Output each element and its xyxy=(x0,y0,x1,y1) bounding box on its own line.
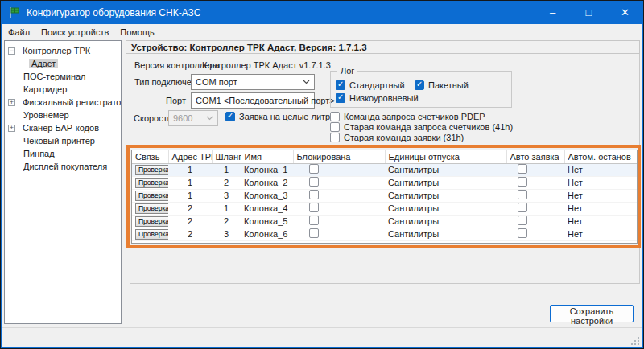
expand-icon[interactable]: + xyxy=(8,99,15,106)
sidebar-item-6[interactable]: +Сканер БАР-кодов xyxy=(5,121,121,134)
hose-cell[interactable]: 2 xyxy=(212,215,241,228)
expand-icon[interactable]: + xyxy=(8,125,15,132)
sidebar-item-9[interactable]: Дисплей покупателя xyxy=(5,160,121,173)
auto-stop-cell[interactable]: Нет xyxy=(564,189,637,202)
column-header-4[interactable]: Блокирована xyxy=(293,150,385,163)
sidebar-item-label: Контроллер ТРК xyxy=(20,46,93,55)
auto-request-checkbox[interactable] xyxy=(518,190,527,199)
address-cell[interactable]: 2 xyxy=(168,228,212,240)
link-cell: Проверка? xyxy=(132,202,168,215)
sidebar-item-3[interactable]: Картридер xyxy=(5,83,121,96)
checkbox-checked-icon xyxy=(415,80,424,90)
sidebar-item-5[interactable]: Уровнемер xyxy=(5,109,121,121)
name-cell[interactable]: Колонка_6 xyxy=(241,228,293,240)
auto-request-checkbox[interactable] xyxy=(518,164,527,174)
table-row: Проверка?12Колонка_2СантилитрыНет xyxy=(132,176,637,189)
hose-cell[interactable]: 3 xyxy=(212,228,241,240)
sidebar-item-1[interactable]: Адаст xyxy=(5,57,121,70)
column-header-6[interactable]: Авто заявка xyxy=(506,150,564,163)
check-connection-button[interactable]: Проверка xyxy=(135,216,168,227)
hose-cell[interactable]: 3 xyxy=(212,189,241,202)
window-title: Конфигуратор оборудования СНК-АЗС xyxy=(27,7,200,18)
port-label: Порт xyxy=(133,96,186,105)
units-cell[interactable]: Сантилитры xyxy=(385,163,506,176)
blocked-checkbox[interactable] xyxy=(309,164,319,174)
hose-cell[interactable]: 1 xyxy=(212,163,241,176)
menu-item-1[interactable]: Поиск устройств xyxy=(35,26,114,39)
units-cell[interactable]: Сантилитры xyxy=(385,202,506,215)
address-cell[interactable]: 2 xyxy=(168,202,212,215)
sidebar-item-7[interactable]: Чековый принтер xyxy=(5,134,121,147)
address-cell[interactable]: 1 xyxy=(168,176,212,189)
name-cell[interactable]: Колонка_3 xyxy=(241,189,293,202)
option-checkbox-2[interactable]: Старая команда заявки (31h) xyxy=(330,133,464,142)
log-group-title: Лог xyxy=(337,66,357,76)
check-connection-button[interactable]: Проверка xyxy=(135,178,168,188)
sidebar-item-0[interactable]: −Контроллер ТРК xyxy=(5,44,121,57)
auto-request-checkbox[interactable] xyxy=(518,177,527,187)
blocked-checkbox[interactable] xyxy=(309,190,319,199)
collapse-icon[interactable]: − xyxy=(8,47,15,55)
address-cell[interactable]: 1 xyxy=(168,163,212,176)
whole-liters-label: Заявка на целые литры xyxy=(239,112,336,121)
units-cell[interactable]: Сантилитры xyxy=(385,189,506,202)
blocked-checkbox[interactable] xyxy=(309,203,319,212)
log-checkbox-2[interactable]: Низкоуровневый xyxy=(336,93,419,103)
blocked-checkbox[interactable] xyxy=(309,228,319,238)
auto-stop-cell[interactable]: Нет xyxy=(564,215,637,228)
check-connection-button[interactable]: Проверка xyxy=(135,191,168,201)
auto-request-cell xyxy=(506,228,564,240)
log-checkbox-0[interactable]: Стандартный xyxy=(336,80,405,90)
auto-request-cell xyxy=(506,215,564,228)
close-button[interactable]: ✕ xyxy=(607,1,643,24)
name-cell[interactable]: Колонка_4 xyxy=(241,202,293,215)
sidebar-item-label: ПОС-терминал xyxy=(21,72,89,81)
port-select[interactable]: COM1 <Последовательный порт> xyxy=(191,92,315,109)
whole-liters-checkbox[interactable]: Заявка на целые литры xyxy=(225,112,336,121)
connection-type-select[interactable]: COM порт xyxy=(191,74,315,90)
column-header-3[interactable]: Имя xyxy=(241,150,293,163)
log-checkbox-1[interactable]: Пакетный xyxy=(415,80,469,90)
column-header-0[interactable]: Связь xyxy=(132,150,168,163)
auto-stop-cell[interactable]: Нет xyxy=(564,176,637,189)
option-checkbox-1[interactable]: Старая команда запроса счетчиков (41h) xyxy=(330,122,513,132)
name-cell[interactable]: Колонка_2 xyxy=(241,176,293,189)
column-header-5[interactable]: Единицы отпуска xyxy=(385,150,506,163)
sidebar-item-4[interactable]: +Фискальный регистратор xyxy=(5,96,121,109)
check-connection-button[interactable]: Проверка xyxy=(135,165,168,175)
option-checkbox-0[interactable]: Команда запроса счетчиков PDEP xyxy=(330,112,485,121)
menu-item-0[interactable]: Файл xyxy=(2,26,35,39)
check-connection-button[interactable]: Проверка xyxy=(135,229,168,240)
menu-item-2[interactable]: Помощь xyxy=(114,26,160,39)
auto-stop-cell[interactable]: Нет xyxy=(564,228,637,240)
auto-request-checkbox[interactable] xyxy=(518,203,527,212)
blocked-checkbox[interactable] xyxy=(309,216,319,225)
name-cell[interactable]: Колонка_5 xyxy=(241,215,293,228)
table-row: Проверка?11Колонка_1СантилитрыНет xyxy=(132,163,637,176)
address-cell[interactable]: 1 xyxy=(168,189,212,202)
auto-request-checkbox[interactable] xyxy=(518,216,527,225)
device-header-text: Устройство: Контроллер ТРК Адаст, Версия… xyxy=(131,43,367,52)
auto-request-checkbox[interactable] xyxy=(518,228,527,238)
units-cell[interactable]: Сантилитры xyxy=(385,215,506,228)
auto-stop-cell[interactable]: Нет xyxy=(564,163,637,176)
sidebar-item-2[interactable]: ПОС-терминал xyxy=(5,70,121,83)
blocked-cell xyxy=(293,215,385,228)
auto-stop-cell[interactable]: Нет xyxy=(564,202,637,215)
blocked-checkbox[interactable] xyxy=(309,177,319,187)
units-cell[interactable]: Сантилитры xyxy=(385,228,506,240)
units-cell[interactable]: Сантилитры xyxy=(385,176,506,189)
column-header-1[interactable]: Адрес ТРК xyxy=(168,150,212,163)
minimize-button[interactable]: – xyxy=(535,1,571,24)
name-cell[interactable]: Колонка_1 xyxy=(241,163,293,176)
column-header-2[interactable]: Шланг xyxy=(212,150,241,163)
column-header-7[interactable]: Автом. останов xyxy=(564,150,637,163)
check-connection-button[interactable]: Проверка xyxy=(135,203,168,214)
save-settings-button[interactable]: Сохранить настройки xyxy=(550,305,634,322)
address-cell[interactable]: 2 xyxy=(168,215,212,228)
sidebar-item-8[interactable]: Пинпад xyxy=(5,147,121,160)
hose-cell[interactable]: 2 xyxy=(212,176,241,189)
resize-grip-icon[interactable] xyxy=(630,336,639,345)
maximize-button[interactable]: □ xyxy=(571,1,607,24)
hose-cell[interactable]: 1 xyxy=(212,202,241,215)
